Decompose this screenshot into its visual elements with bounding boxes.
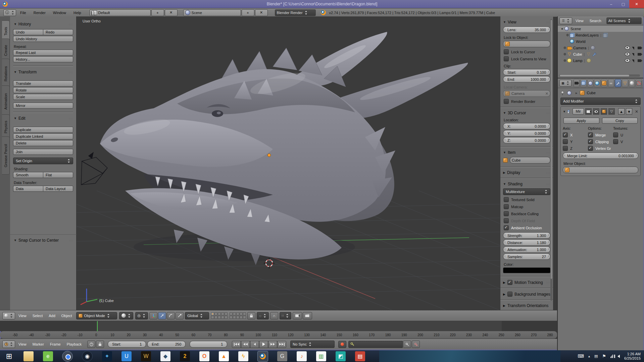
panel-header-snap-cursor[interactable]: ▼Snap Cursor to Center:::: — [14, 238, 73, 243]
textured-solid-row[interactable]: Textured Solid — [504, 197, 550, 202]
lock-time-cursor-button[interactable] — [96, 341, 104, 348]
add-layout-button[interactable]: + — [151, 9, 164, 16]
merge-checkbox[interactable] — [588, 132, 593, 137]
undo-button[interactable]: Undo — [13, 29, 43, 35]
timeline-menu-playback[interactable]: Playback — [64, 342, 85, 346]
lightning-app-icon[interactable]: ϟ — [238, 351, 248, 361]
lock-camera-checkbox[interactable] — [504, 56, 509, 61]
tray-expand-icon[interactable]: ▴ — [588, 354, 590, 358]
shading-mode-dropdown[interactable]: Multitexture — [503, 188, 550, 195]
viewport-menu-object[interactable]: Object — [58, 314, 75, 318]
render-toggle-icon[interactable] — [585, 108, 592, 115]
shade-smooth-button[interactable]: Smooth — [13, 172, 43, 178]
duplicate-button[interactable]: Duplicate — [13, 127, 73, 133]
apply-modifier-button[interactable]: Apply — [563, 118, 599, 124]
texture-v-row[interactable]: V — [613, 139, 638, 144]
object-name-field[interactable]: Cube — [510, 157, 550, 164]
tab-object[interactable] — [601, 79, 607, 87]
tab-constraints[interactable]: ∞ — [608, 79, 614, 87]
outliner-row-renderlayers[interactable]: ⊕ RenderLayers | — [558, 32, 643, 38]
tray-clock[interactable]: 1:26 AM 6/25/2015 — [624, 352, 641, 361]
visibility-eye-icon[interactable] — [625, 46, 630, 50]
ambient-occlusion-row[interactable]: Ambient Occlusion — [504, 225, 550, 230]
pin-icon[interactable] — [560, 91, 565, 95]
lock-to-scene-button[interactable] — [247, 312, 255, 319]
repeat-history-button[interactable]: History... — [13, 56, 73, 62]
layer-grid-2[interactable] — [230, 312, 246, 319]
mode-dropdown[interactable]: Object Mode — [76, 312, 117, 319]
borderlands2-icon[interactable]: 2 — [180, 351, 190, 361]
auto-keyframe-record-button[interactable] — [338, 341, 346, 348]
snap-element-dropdown[interactable]: ∷ — [280, 312, 291, 319]
vertex-group-row[interactable]: Vertex Gr — [588, 146, 613, 151]
repeat-last-button[interactable]: Repeat Last — [13, 50, 73, 56]
touch-keyboard-icon[interactable]: ⌨ — [578, 354, 584, 359]
outliner-editor-type-button[interactable]: ☰ — [559, 17, 572, 24]
rotate-button[interactable]: Rotate — [13, 87, 73, 93]
n-panel-scrollbar[interactable] — [550, 19, 552, 301]
merge-limit-field[interactable]: Merge Limit:0.001000 — [563, 153, 638, 159]
axis-z-row[interactable]: Z — [563, 146, 588, 151]
backface-culling-row[interactable]: Backface Culling — [504, 211, 550, 216]
scene-selector[interactable]: Scene — [183, 9, 241, 16]
play-reverse-button[interactable] — [250, 341, 259, 348]
blender-taskbar-icon[interactable] — [258, 351, 268, 361]
tab-relations[interactable]: Relations — [2, 59, 10, 89]
menu-help[interactable]: Help — [70, 11, 85, 15]
matcap-checkbox[interactable] — [504, 204, 509, 209]
ao-color-swatch[interactable] — [503, 267, 550, 273]
selectable-pointer-icon[interactable] — [632, 59, 635, 63]
manipulator-rotate-button[interactable] — [167, 312, 175, 319]
jump-to-start-button[interactable] — [232, 341, 241, 348]
app-white-icon[interactable]: ◆ — [160, 351, 170, 361]
motion-tracking-checkbox[interactable] — [507, 280, 512, 285]
tab-animation[interactable]: Animation — [2, 85, 10, 118]
flag-icon[interactable]: ⚑ — [602, 354, 606, 359]
insert-keyframe-button[interactable] — [403, 341, 411, 348]
lock-camera-row[interactable]: Lock Camera to View — [504, 56, 550, 61]
axis-x-row[interactable]: X — [563, 132, 588, 137]
battlenet-icon[interactable]: ✦ — [102, 351, 112, 361]
pivot-point-dropdown[interactable]: ◎ — [135, 312, 148, 319]
panel-header-shading[interactable]: ▼Shading:::: — [503, 182, 550, 186]
manipulator-translate-button[interactable] — [158, 312, 166, 319]
redo-button[interactable]: Redo — [43, 29, 73, 35]
frame-end-field[interactable]: End:250 — [147, 341, 186, 348]
render-border-checkbox[interactable] — [504, 99, 509, 104]
layer-grid-1[interactable] — [211, 312, 228, 319]
outliner-menu-search[interactable]: Search — [587, 19, 604, 23]
reader-app-icon[interactable]: ▤ — [355, 351, 365, 361]
screen-layout-selector[interactable]: Default — [90, 9, 151, 16]
renderable-camera-icon[interactable] — [638, 59, 641, 62]
volume-icon[interactable] — [617, 355, 620, 358]
panel-header-display[interactable]: ▶Display:::: — [503, 170, 550, 175]
join-button[interactable]: Join — [13, 149, 73, 155]
sync-dropdown[interactable]: No Sync — [290, 341, 335, 348]
textured-solid-checkbox[interactable] — [504, 197, 509, 202]
play-button[interactable] — [259, 341, 268, 348]
timeline-menu-frame[interactable]: Frame — [47, 342, 64, 346]
panel-header-item[interactable]: ▼Item:::: — [503, 150, 550, 155]
chrome-icon[interactable] — [62, 351, 72, 361]
wow-icon[interactable]: W — [141, 351, 151, 361]
vertex-group-checkbox[interactable] — [588, 146, 593, 151]
add-modifier-dropdown[interactable]: Add Modifier — [560, 98, 641, 105]
menu-window[interactable]: Window — [49, 11, 70, 15]
outliner-row-camera[interactable]: ⊕ Camera | — [558, 45, 643, 51]
add-scene-button[interactable]: + — [242, 9, 254, 16]
outliner-row-lamp[interactable]: ⊕ Lamp | — [558, 57, 643, 64]
viewport-visibility-toggle-icon[interactable] — [593, 108, 599, 115]
uplay-icon[interactable]: U — [121, 351, 132, 361]
vlc-icon[interactable]: ▲ — [219, 351, 229, 361]
edit-mode-toggle-icon[interactable] — [601, 108, 607, 115]
renderable-camera-icon[interactable] — [638, 47, 641, 49]
texture-u-row[interactable]: U — [613, 132, 638, 137]
undo-history-button[interactable]: Undo History — [13, 36, 73, 42]
delete-button[interactable]: Delete — [13, 140, 73, 146]
current-frame-field[interactable]: 1 — [190, 341, 227, 348]
proportional-edit-dropdown[interactable]: ◌ — [257, 312, 269, 319]
mirror-object-field[interactable] — [563, 167, 638, 173]
render-engine-selector[interactable]: Blender Render — [275, 9, 316, 16]
axis-x-checkbox[interactable] — [563, 132, 568, 137]
panel-header-background-images[interactable]: ▶Background Images — [503, 292, 550, 297]
